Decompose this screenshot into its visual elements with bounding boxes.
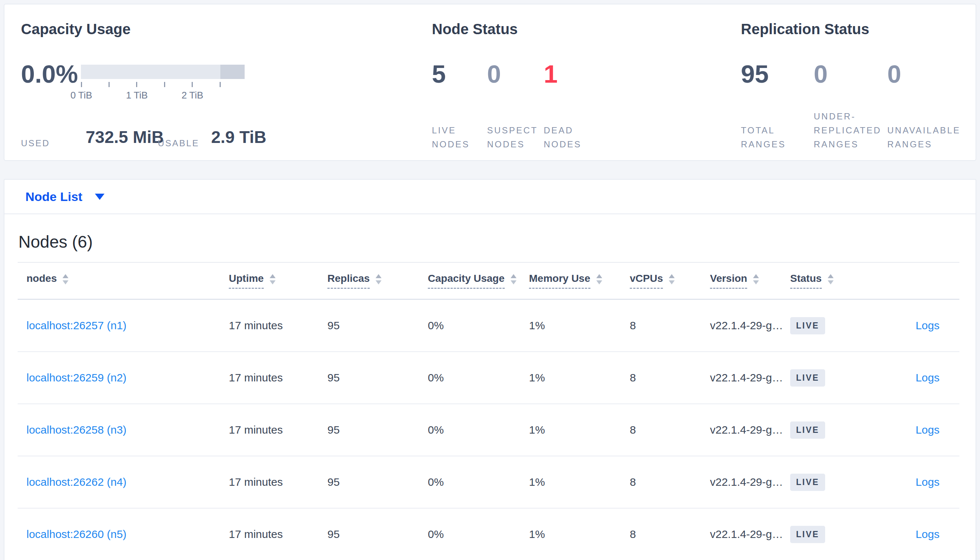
- memory-use-cell: 1%: [529, 372, 630, 384]
- suspect-nodes-count: 0: [487, 60, 501, 88]
- version-cell: v22.1.4-29-g…: [710, 476, 790, 488]
- used-label: USED: [21, 138, 50, 148]
- axis-tick-label: 0 TiB: [59, 90, 104, 101]
- status-badge: LIVE: [790, 473, 825, 491]
- table-header-row: nodes Uptime Replicas Capacity Usage Mem…: [18, 263, 959, 300]
- unavailable-ranges-count: 0: [887, 60, 901, 88]
- live-nodes-count: 5: [432, 60, 446, 88]
- axis-tick-label: 1 TiB: [115, 90, 159, 101]
- under-replicated-ranges-stat: 0 UNDER- REPLICATED RANGES: [814, 4, 884, 160]
- table-row: localhost:26262 (n4) 17 minutes 95 0% 1%…: [18, 457, 959, 508]
- view-selector-dropdown[interactable]: Node List: [25, 180, 104, 213]
- vcpus-cell: 8: [630, 372, 710, 384]
- unavailable-ranges-label: UNAVAILABLE RANGES: [887, 123, 960, 152]
- capacity-usage-cell: 0%: [428, 372, 529, 384]
- dead-nodes-stat: 1 DEAD NODES: [544, 4, 614, 160]
- replicas-cell: 95: [328, 372, 428, 384]
- logs-link[interactable]: Logs: [916, 319, 940, 332]
- memory-use-cell: 1%: [529, 476, 630, 488]
- axis-tick-label: 2 TiB: [170, 90, 214, 101]
- logs-link[interactable]: Logs: [916, 528, 940, 540]
- nodes-heading: Nodes (6): [18, 233, 93, 251]
- replicas-cell: 95: [328, 528, 428, 540]
- nodes-panel: Nodes (6) nodes Uptime Replicas Capacity…: [4, 214, 976, 560]
- under-replicated-ranges-count: 0: [814, 60, 828, 88]
- status-badge: LIVE: [790, 317, 825, 334]
- suspect-nodes-label: SUSPECT NODES: [487, 123, 538, 152]
- axis-tick: [192, 82, 193, 87]
- node-link[interactable]: localhost:26262 (n4): [27, 476, 127, 488]
- node-link[interactable]: localhost:26258 (n3): [27, 424, 127, 436]
- table-row: localhost:26260 (n5) 17 minutes 95 0% 1%…: [18, 508, 959, 560]
- sort-icon: [596, 274, 602, 284]
- unavailable-ranges-stat: 0 UNAVAILABLE RANGES: [887, 4, 957, 160]
- table-row: localhost:26257 (n1) 17 minutes 95 0% 1%…: [18, 300, 959, 352]
- logs-link[interactable]: Logs: [916, 372, 940, 383]
- view-selector-bar: Node List: [4, 179, 976, 214]
- version-cell: v22.1.4-29-g…: [710, 372, 790, 384]
- table-row: localhost:26258 (n3) 17 minutes 95 0% 1%…: [18, 404, 959, 457]
- axis-tick: [109, 82, 110, 87]
- uptime-cell: 17 minutes: [229, 424, 328, 436]
- node-link[interactable]: localhost:26260 (n5): [27, 528, 127, 540]
- capacity-bar-tail: [220, 65, 245, 79]
- capacity-usage-cell: 0%: [428, 424, 529, 436]
- axis-tick: [220, 82, 221, 87]
- status-badge: LIVE: [790, 422, 825, 439]
- sort-icon: [270, 274, 276, 284]
- version-cell: v22.1.4-29-g…: [710, 528, 790, 540]
- nodes-table: nodes Uptime Replicas Capacity Usage Mem…: [18, 262, 959, 560]
- axis-tick: [136, 82, 137, 87]
- column-header-replicas[interactable]: Replicas: [328, 273, 428, 289]
- cluster-overview-page: Capacity Usage 0.0% 0 TiB 1 TiB 2 TiB US…: [0, 0, 980, 560]
- memory-use-cell: 1%: [529, 424, 630, 436]
- chevron-down-icon: [95, 193, 104, 200]
- sort-icon: [828, 274, 834, 284]
- sort-icon: [511, 274, 517, 284]
- total-ranges-count: 95: [741, 60, 769, 88]
- logs-link[interactable]: Logs: [916, 476, 940, 488]
- capacity-used-percent: 0.0%: [21, 60, 78, 88]
- sort-icon: [62, 274, 69, 284]
- column-header-status[interactable]: Status: [790, 273, 893, 289]
- memory-use-cell: 1%: [529, 319, 630, 332]
- vcpus-cell: 8: [630, 528, 710, 540]
- under-replicated-ranges-label: UNDER- REPLICATED RANGES: [814, 110, 881, 152]
- vcpus-cell: 8: [630, 319, 710, 332]
- usable-label: USABLE: [158, 138, 199, 148]
- uptime-cell: 17 minutes: [229, 319, 328, 332]
- used-value: 732.5 MiB: [86, 127, 164, 147]
- memory-use-cell: 1%: [529, 528, 630, 540]
- total-ranges-label: TOTAL RANGES: [741, 123, 786, 152]
- uptime-cell: 17 minutes: [229, 476, 328, 488]
- node-link[interactable]: localhost:26259 (n2): [27, 372, 127, 383]
- capacity-bar-chart: 0 TiB 1 TiB 2 TiB: [81, 65, 245, 79]
- node-link[interactable]: localhost:26257 (n1): [27, 319, 127, 332]
- column-header-memory-use[interactable]: Memory Use: [529, 273, 630, 289]
- sort-icon: [753, 274, 759, 284]
- column-header-capacity-usage[interactable]: Capacity Usage: [428, 273, 529, 289]
- sort-icon: [669, 274, 675, 284]
- vcpus-cell: 8: [630, 424, 710, 436]
- uptime-cell: 17 minutes: [229, 372, 328, 384]
- uptime-cell: 17 minutes: [229, 528, 328, 540]
- column-header-nodes[interactable]: nodes: [18, 273, 229, 289]
- cluster-summary-panel: Capacity Usage 0.0% 0 TiB 1 TiB 2 TiB US…: [4, 4, 976, 161]
- total-ranges-stat: 95 TOTAL RANGES: [741, 4, 811, 160]
- replicas-cell: 95: [328, 476, 428, 488]
- capacity-usage-title: Capacity Usage: [21, 21, 130, 37]
- table-row: localhost:26259 (n2) 17 minutes 95 0% 1%…: [18, 352, 959, 404]
- replicas-cell: 95: [328, 319, 428, 332]
- version-cell: v22.1.4-29-g…: [710, 319, 790, 332]
- dead-nodes-count: 1: [544, 60, 558, 88]
- usable-value: 2.9 TiB: [211, 127, 266, 147]
- status-badge: LIVE: [790, 369, 825, 387]
- column-header-uptime[interactable]: Uptime: [229, 273, 328, 289]
- logs-link[interactable]: Logs: [916, 424, 940, 436]
- axis-tick: [81, 82, 82, 87]
- column-header-version[interactable]: Version: [710, 273, 790, 289]
- vcpus-cell: 8: [630, 476, 710, 488]
- live-nodes-label: LIVE NODES: [432, 123, 470, 152]
- column-header-vcpus[interactable]: vCPUs: [630, 273, 710, 289]
- sort-icon: [376, 274, 381, 284]
